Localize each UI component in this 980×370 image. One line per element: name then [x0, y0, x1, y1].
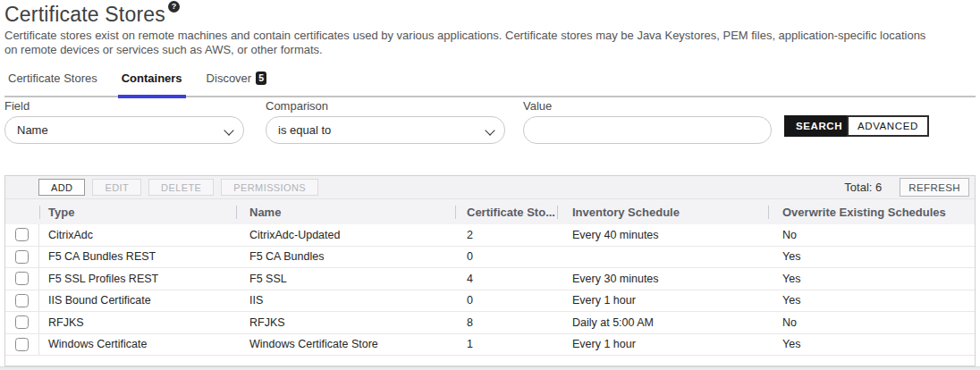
row-name: F5 SSL — [236, 268, 455, 290]
row-overwrite: Yes — [768, 334, 975, 356]
row-type: F5 SSL Profiles REST — [39, 268, 236, 290]
row-type: RFJKS — [39, 312, 236, 333]
permissions-button[interactable]: PERMISSIONS — [221, 179, 318, 196]
row-checkbox[interactable] — [15, 250, 29, 264]
row-overwrite: No — [768, 312, 975, 333]
row-overwrite: Yes — [768, 268, 975, 290]
advanced-button[interactable]: ADVANCED — [847, 115, 929, 137]
column-header-inventory-schedule: Inventory Schedule — [557, 199, 768, 224]
comparison-label: Comparison — [266, 99, 505, 113]
column-header-overwrite-existing-schedules: Overwrite Existing Schedules — [768, 199, 975, 224]
table-row[interactable]: Windows CertificateWindows Certificate S… — [5, 334, 975, 357]
row-name: Windows Certificate Store — [236, 334, 455, 356]
row-checkbox-cell — [5, 290, 39, 312]
row-checkbox-cell — [5, 224, 39, 246]
refresh-button[interactable]: REFRESH — [900, 178, 969, 197]
comparison-filter-group: Comparison is equal to — [266, 99, 505, 144]
row-overwrite: Yes — [768, 247, 975, 268]
column-header-name: Name — [236, 199, 455, 224]
table-row[interactable]: F5 CA Bundles RESTF5 CA Bundles0Yes — [5, 247, 975, 269]
row-name: F5 CA Bundles — [236, 247, 455, 268]
page-title-text: Certificate Stores — [4, 3, 165, 26]
row-name: IIS — [236, 290, 455, 312]
row-inventory-schedule: Every 30 minutes — [557, 268, 768, 290]
row-checkbox[interactable] — [15, 315, 29, 329]
row-inventory-schedule: Every 40 minutes — [557, 224, 768, 246]
edit-button[interactable]: EDIT — [92, 179, 141, 196]
total-count: Total: 6 — [844, 181, 892, 194]
field-label: Field — [4, 99, 244, 113]
row-checkbox-cell — [5, 312, 39, 333]
page-description: Certificate stores exist on remote machi… — [4, 29, 939, 56]
comparison-select[interactable]: is equal to — [266, 116, 505, 144]
row-checkbox[interactable] — [15, 294, 29, 307]
row-cert-count: 8 — [455, 312, 557, 333]
header-checkbox-cell — [5, 199, 39, 224]
row-name: CitrixAdc-Updated — [236, 224, 455, 246]
row-inventory-schedule: Daily at 5:00 AM — [557, 312, 768, 333]
column-header-certificate-stores: Certificate Sto... — [455, 199, 557, 224]
search-button[interactable]: SEARCH — [784, 115, 854, 137]
footer-strip — [0, 366, 980, 370]
row-cert-count: 4 — [455, 268, 557, 290]
tab-discover[interactable]: Discover5 — [203, 69, 270, 96]
table-body: CitrixAdcCitrixAdc-Updated2Every 40 minu… — [5, 224, 975, 356]
row-type: CitrixAdc — [39, 224, 236, 246]
table-row[interactable]: RFJKSRFJKS8Daily at 5:00 AMNo — [5, 312, 975, 334]
row-type: F5 CA Bundles REST — [39, 247, 236, 268]
certificate-stores-page: Certificate Stores? Certificate stores e… — [0, 0, 980, 370]
row-checkbox-cell — [5, 334, 39, 356]
row-inventory-schedule: Every 1 hour — [557, 334, 768, 356]
tab-bar: Certificate Stores Containers Discover5 — [4, 69, 976, 97]
row-checkbox-cell — [5, 268, 39, 290]
tab-discover-label: Discover — [207, 71, 252, 85]
table-row[interactable]: IIS Bound CertificateIIS0Every 1 hourYes — [5, 290, 975, 313]
row-overwrite: Yes — [768, 290, 975, 312]
row-overwrite: No — [768, 224, 975, 246]
value-input[interactable] — [523, 116, 772, 144]
table-row[interactable]: CitrixAdcCitrixAdc-Updated2Every 40 minu… — [5, 224, 975, 247]
row-type: Windows Certificate — [39, 334, 236, 356]
table-header-row: Type Name Certificate Sto... Inventory S… — [5, 199, 975, 224]
discover-count-badge: 5 — [256, 71, 266, 85]
row-checkbox[interactable] — [15, 338, 29, 351]
value-label: Value — [523, 99, 772, 113]
row-inventory-schedule: Every 1 hour — [557, 290, 768, 312]
row-cert-count: 0 — [455, 290, 557, 312]
row-cert-count: 1 — [455, 334, 557, 356]
delete-button[interactable]: DELETE — [148, 179, 214, 196]
row-cert-count: 0 — [455, 247, 557, 268]
row-name: RFJKS — [236, 312, 455, 333]
column-header-type: Type — [39, 199, 236, 224]
value-filter-group: Value — [523, 99, 772, 144]
add-button[interactable]: ADD — [38, 179, 85, 196]
tab-certificate-stores[interactable]: Certificate Stores — [4, 69, 101, 96]
field-select[interactable]: Name — [4, 116, 244, 144]
field-filter-group: Field Name — [4, 99, 244, 144]
row-inventory-schedule — [557, 247, 768, 268]
row-checkbox[interactable] — [15, 272, 29, 285]
table-row[interactable]: F5 SSL Profiles RESTF5 SSL4Every 30 minu… — [5, 268, 975, 290]
row-checkbox[interactable] — [15, 228, 29, 241]
help-icon[interactable]: ? — [168, 1, 180, 13]
tab-containers[interactable]: Containers — [118, 69, 186, 96]
table-toolbar: ADD EDIT DELETE PERMISSIONS Total: 6 REF… — [5, 176, 975, 199]
row-checkbox-cell — [5, 247, 39, 268]
row-cert-count: 2 — [455, 224, 557, 246]
row-type: IIS Bound Certificate — [39, 290, 236, 312]
page-title: Certificate Stores? — [4, 1, 180, 27]
containers-table: ADD EDIT DELETE PERMISSIONS Total: 6 REF… — [4, 175, 976, 366]
